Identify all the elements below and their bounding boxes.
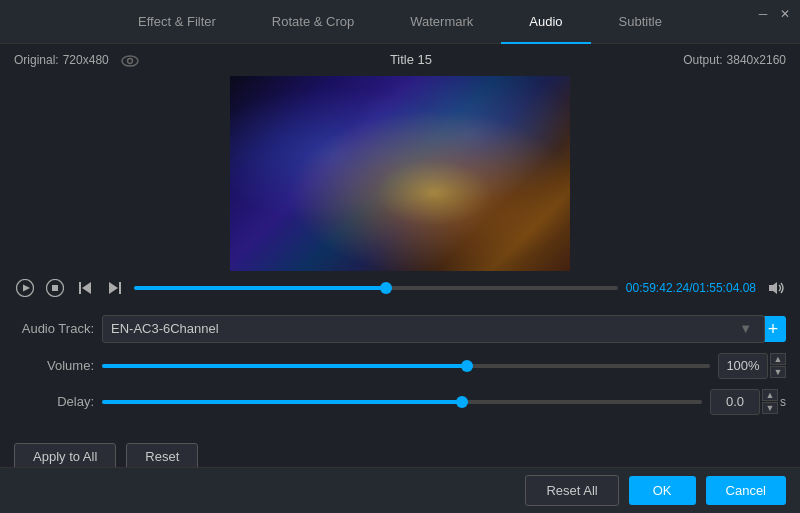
tab-audio[interactable]: Audio <box>501 0 590 44</box>
delay-spinner: ▲ ▼ <box>762 389 778 414</box>
svg-marker-10 <box>769 282 777 294</box>
reset-all-button[interactable]: Reset All <box>525 475 618 506</box>
minimize-button[interactable]: ─ <box>756 7 770 21</box>
volume-thumb[interactable] <box>461 360 473 372</box>
video-preview <box>0 76 800 271</box>
bottom-bar: Reset All OK Cancel <box>0 467 800 513</box>
audio-track-select[interactable]: EN-AC3-6Channel <box>102 315 765 343</box>
tab-subtitle[interactable]: Subtitle <box>591 0 690 44</box>
svg-marker-3 <box>23 284 30 291</box>
audio-track-label: Audio Track: <box>14 321 94 336</box>
progress-fill <box>134 286 386 290</box>
svg-marker-6 <box>82 282 91 294</box>
audio-track-row: Audio Track: EN-AC3-6Channel ▼ + <box>14 315 786 343</box>
next-button[interactable] <box>104 277 126 299</box>
delay-input[interactable] <box>710 389 760 415</box>
original-label: Original: <box>14 53 59 67</box>
svg-marker-8 <box>109 282 118 294</box>
progress-thumb[interactable] <box>380 282 392 294</box>
time-display: 00:59:42.24/01:55:04.08 <box>626 281 756 295</box>
tab-bar: Effect & Filter Rotate & Crop Watermark … <box>0 0 800 44</box>
playback-bar: 00:59:42.24/01:55:04.08 <box>0 271 800 305</box>
output-res: 3840x2160 <box>727 53 786 67</box>
delay-row: Delay: ▲ ▼ s <box>14 389 786 415</box>
tab-watermark[interactable]: Watermark <box>382 0 501 44</box>
cancel-button[interactable]: Cancel <box>706 476 786 505</box>
stop-button[interactable] <box>44 277 66 299</box>
svg-point-0 <box>122 56 138 66</box>
ok-button[interactable]: OK <box>629 476 696 505</box>
delay-label: Delay: <box>14 394 94 409</box>
output-label: Output: <box>683 53 722 67</box>
delay-slider[interactable] <box>102 400 702 404</box>
volume-fill <box>102 364 467 368</box>
apply-all-button[interactable]: Apply to All <box>14 443 116 470</box>
video-title: Title 15 <box>390 52 432 67</box>
volume-spinner: ▲ ▼ <box>770 353 786 378</box>
volume-input[interactable] <box>718 353 768 379</box>
video-info-bar: Original: 720x480 Title 15 Output: 3840x… <box>0 44 800 76</box>
video-thumbnail <box>230 76 570 271</box>
original-res: 720x480 <box>63 53 109 67</box>
prev-button[interactable] <box>74 277 96 299</box>
svg-rect-9 <box>119 282 121 294</box>
svg-rect-5 <box>52 285 58 291</box>
play-button[interactable] <box>14 277 36 299</box>
delay-thumb[interactable] <box>456 396 468 408</box>
delay-down-button[interactable]: ▼ <box>762 402 778 414</box>
svg-rect-7 <box>79 282 81 294</box>
volume-slider[interactable] <box>102 364 710 368</box>
volume-up-button[interactable]: ▲ <box>770 353 786 365</box>
delay-unit: s <box>780 395 786 409</box>
eye-icon[interactable] <box>121 52 139 68</box>
close-button[interactable]: ✕ <box>778 7 792 21</box>
delay-fill <box>102 400 462 404</box>
audio-controls: Audio Track: EN-AC3-6Channel ▼ + Volume:… <box>0 305 800 435</box>
progress-bar[interactable] <box>134 286 618 290</box>
delay-up-button[interactable]: ▲ <box>762 389 778 401</box>
volume-down-button[interactable]: ▼ <box>770 366 786 378</box>
tab-effect-filter[interactable]: Effect & Filter <box>110 0 244 44</box>
reset-button[interactable]: Reset <box>126 443 198 470</box>
svg-point-1 <box>127 58 132 63</box>
tab-rotate-crop[interactable]: Rotate & Crop <box>244 0 382 44</box>
volume-label: Volume: <box>14 358 94 373</box>
volume-row: Volume: ▲ ▼ <box>14 353 786 379</box>
volume-icon[interactable] <box>768 279 786 296</box>
